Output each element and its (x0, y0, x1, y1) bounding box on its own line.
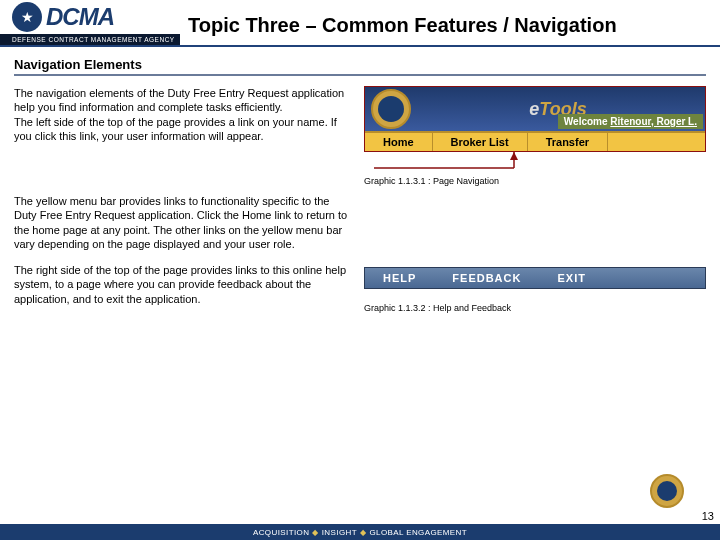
graphic-page-navigation: eTools Welcome Ritenour, Roger L. Home B… (364, 86, 706, 152)
row-3: The right side of the top of the page pr… (14, 263, 706, 313)
paragraph-3: The right side of the top of the page pr… (14, 263, 354, 313)
logo: ★ DCMA (0, 2, 180, 32)
callout-line-1 (364, 152, 706, 172)
svg-marker-2 (510, 152, 518, 160)
row-1: The navigation elements of the Duty Free… (14, 86, 706, 186)
star-icon: ★ (12, 2, 42, 32)
graphic-1-caption-col (364, 194, 706, 251)
link-feedback[interactable]: FEEDBACK (434, 268, 539, 288)
link-exit[interactable]: EXIT (539, 268, 603, 288)
footer-a: ACQUISITION (253, 528, 309, 537)
graphic1-banner: eTools Welcome Ritenour, Roger L. (365, 87, 705, 131)
footer-b: INSIGHT (322, 528, 357, 537)
page-title: Topic Three – Common Features / Navigati… (188, 14, 712, 37)
logo-area: ★ DCMA DEFENSE CONTRACT MANAGEMENT AGENC… (0, 2, 180, 45)
para1b-text: The left side of the top of the page pro… (14, 116, 337, 142)
paragraph-1: The navigation elements of the Duty Free… (14, 86, 354, 186)
agency-seal-icon (371, 89, 411, 129)
logo-text: DCMA (46, 3, 114, 31)
footer-diamond-icon: ◆ (360, 528, 366, 537)
graphic2-caption: Graphic 1.1.3.2 : Help and Feedback (364, 303, 706, 313)
footer-seal-icon (650, 474, 684, 508)
page-number: 13 (702, 510, 714, 522)
menu-transfer[interactable]: Transfer (528, 133, 608, 151)
footer-diamond-icon: ◆ (312, 528, 318, 537)
title-area: Topic Three – Common Features / Navigati… (180, 2, 720, 37)
graphic1-caption: Graphic 1.1.3.1 : Page Navigation (364, 176, 706, 186)
welcome-bar: Welcome Ritenour, Roger L. (558, 114, 703, 129)
graphic-1-col: eTools Welcome Ritenour, Roger L. Home B… (364, 86, 706, 186)
user-name-link[interactable]: Ritenour, Roger L. (610, 116, 697, 127)
section-heading: Navigation Elements (14, 57, 706, 76)
menu-broker-list[interactable]: Broker List (433, 133, 528, 151)
footer-strip: ACQUISITION ◆ INSIGHT ◆ GLOBAL ENGAGEMEN… (0, 524, 720, 540)
welcome-label: Welcome (564, 116, 611, 127)
paragraph-2: The yellow menu bar provides links to fu… (14, 194, 354, 251)
footer-c: GLOBAL ENGAGEMENT (369, 528, 467, 537)
menu-home[interactable]: Home (365, 133, 433, 151)
main-content: Navigation Elements The navigation eleme… (0, 47, 720, 313)
graphic-help-feedback: HELP FEEDBACK EXIT (364, 267, 706, 289)
row-2: The yellow menu bar provides links to fu… (14, 194, 706, 251)
logo-subtext: DEFENSE CONTRACT MANAGEMENT AGENCY (0, 34, 180, 45)
yellow-menu-bar: Home Broker List Transfer (365, 131, 705, 151)
header: ★ DCMA DEFENSE CONTRACT MANAGEMENT AGENC… (0, 0, 720, 47)
graphic-2-col: HELP FEEDBACK EXIT Graphic 1.1.3.2 : Hel… (364, 263, 706, 313)
link-help[interactable]: HELP (365, 268, 434, 288)
etools-prefix: e (529, 99, 539, 119)
para1-text: The navigation elements of the Duty Free… (14, 87, 344, 113)
